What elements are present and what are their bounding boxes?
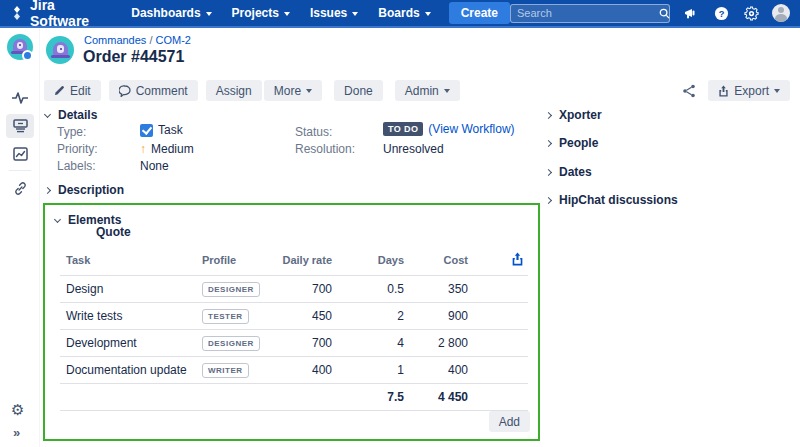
table-row[interactable]: Development DESIGNER 700 4 2 800	[60, 330, 528, 357]
panel-title: HipChat discussions	[559, 193, 678, 207]
cell-task: Write tests	[60, 303, 196, 330]
sidebar-item-links[interactable]	[6, 176, 34, 200]
panel-xporter[interactable]: Xporter	[546, 108, 602, 122]
nav-menu-issues[interactable]: Issues	[300, 0, 368, 27]
breadcrumb: Commandes / COM-2	[84, 34, 191, 46]
table-row[interactable]: Documentation update WRITER 400 1 400	[60, 357, 528, 384]
search-input[interactable]	[517, 7, 659, 19]
panel-title: Xporter	[559, 108, 602, 122]
profile-badge: WRITER	[202, 363, 249, 378]
chevron-down-icon	[306, 89, 312, 93]
cell-task: Design	[60, 276, 196, 303]
avatar-base	[51, 55, 70, 58]
totals-row: 7.5 4 450	[60, 384, 528, 411]
feedback-megaphone-icon[interactable]	[682, 4, 700, 22]
nav-menu-dashboards[interactable]: Dashboards	[121, 0, 221, 27]
priority-medium-arrow-icon: ↑	[140, 142, 146, 156]
share-icon[interactable]	[680, 82, 698, 100]
download-export-table-icon[interactable]	[511, 252, 524, 266]
create-button[interactable]: Create	[449, 2, 510, 24]
chevron-down-icon	[774, 89, 780, 93]
top-navigation-bar: Jira Software Dashboards Projects Issues…	[0, 0, 800, 28]
cell-cost: 350	[408, 276, 472, 303]
view-workflow-link[interactable]: (View Workflow)	[428, 122, 514, 136]
task-type-icon	[140, 124, 153, 137]
nav-menu-boards[interactable]: Boards	[368, 0, 440, 27]
help-icon[interactable]: ?	[712, 4, 730, 22]
pencil-icon	[54, 85, 65, 96]
sidebar-item-activity[interactable]	[6, 86, 34, 110]
sidebar-divider	[9, 170, 31, 171]
profile-badge: TESTER	[202, 309, 249, 324]
panel-hipchat[interactable]: HipChat discussions	[546, 193, 678, 207]
sidebar-item-board[interactable]	[6, 114, 34, 138]
panel-title: Dates	[559, 165, 592, 179]
resolution-label: Resolution:	[295, 142, 355, 156]
col-header-daily-rate: Daily rate	[268, 245, 336, 276]
details-section-header[interactable]: Details	[45, 108, 97, 122]
comment-bubble-icon	[119, 85, 131, 97]
settings-gear-icon[interactable]	[742, 4, 760, 22]
panel-people[interactable]: People	[546, 136, 598, 150]
table-row[interactable]: Write tests TESTER 450 2 900	[60, 303, 528, 330]
cell-cost: 900	[408, 303, 472, 330]
priority-value: ↑ Medium	[140, 142, 194, 156]
edit-button[interactable]: Edit	[44, 80, 101, 101]
panel-title: People	[559, 136, 598, 150]
chevron-right-icon	[545, 168, 552, 175]
status-badge: TO DO	[383, 122, 423, 136]
chevron-down-icon	[44, 110, 51, 117]
cell-days: 0.5	[336, 276, 408, 303]
total-days: 7.5	[336, 384, 408, 411]
jira-logo[interactable]: Jira Software	[10, 0, 103, 29]
nav-menu-projects[interactable]: Projects	[222, 0, 300, 27]
page-title: Order #44571	[83, 48, 184, 66]
labels-label: Labels:	[57, 159, 96, 173]
user-avatar[interactable]	[772, 4, 790, 22]
export-icon	[718, 85, 729, 97]
more-button[interactable]: More	[264, 80, 322, 101]
sidebar-item-reports[interactable]	[6, 142, 34, 166]
comment-button[interactable]: Comment	[109, 80, 198, 101]
details-section-title: Details	[58, 108, 97, 122]
cell-daily-rate: 700	[268, 330, 336, 357]
quote-table: Task Profile Daily rate Days Cost Design…	[60, 245, 528, 411]
export-button[interactable]: Export	[708, 80, 790, 101]
col-header-task: Task	[60, 245, 196, 276]
chevron-right-icon	[545, 196, 552, 203]
admin-button[interactable]: Admin	[395, 80, 460, 101]
total-cost: 4 450	[408, 384, 472, 411]
nav-menu-label: Dashboards	[131, 6, 200, 20]
labels-value: None	[140, 159, 169, 173]
status-value: TO DO (View Workflow)	[383, 122, 515, 136]
description-section-header[interactable]: Description	[45, 183, 124, 197]
issue-type-avatar	[46, 36, 74, 64]
type-label: Type:	[57, 125, 86, 139]
global-search[interactable]	[510, 4, 670, 23]
cell-daily-rate: 700	[268, 276, 336, 303]
chevron-down-icon	[284, 12, 290, 16]
panel-dates[interactable]: Dates	[546, 165, 592, 179]
admin-label: Admin	[405, 84, 439, 98]
sidebar-settings-gear-icon[interactable]: ⚙	[11, 401, 24, 419]
type-value: Task	[140, 123, 183, 137]
sidebar-expand-icon[interactable]: »	[13, 425, 20, 440]
profile-badge: DESIGNER	[202, 336, 260, 351]
profile-badge: DESIGNER	[202, 282, 260, 297]
avatar-pupil	[60, 48, 62, 50]
cell-days: 1	[336, 357, 408, 384]
table-row[interactable]: Design DESIGNER 700 0.5 350	[60, 276, 528, 303]
add-button[interactable]: Add	[489, 411, 530, 432]
issue-toolbar: Edit Comment Assign More Done Admin	[44, 80, 460, 101]
done-button[interactable]: Done	[334, 80, 383, 101]
edit-label: Edit	[70, 84, 91, 98]
search-icon	[659, 7, 670, 20]
assign-button[interactable]: Assign	[206, 80, 262, 101]
project-sidebar: ⚙ »	[0, 28, 40, 447]
jira-issue-page: Jira Software Dashboards Projects Issues…	[0, 0, 800, 447]
nav-menu-label: Boards	[378, 6, 419, 20]
breadcrumb-issue-link[interactable]: COM-2	[156, 34, 191, 46]
breadcrumb-project-link[interactable]: Commandes	[84, 34, 146, 46]
export-label: Export	[734, 84, 769, 98]
svg-text:?: ?	[718, 8, 724, 18]
